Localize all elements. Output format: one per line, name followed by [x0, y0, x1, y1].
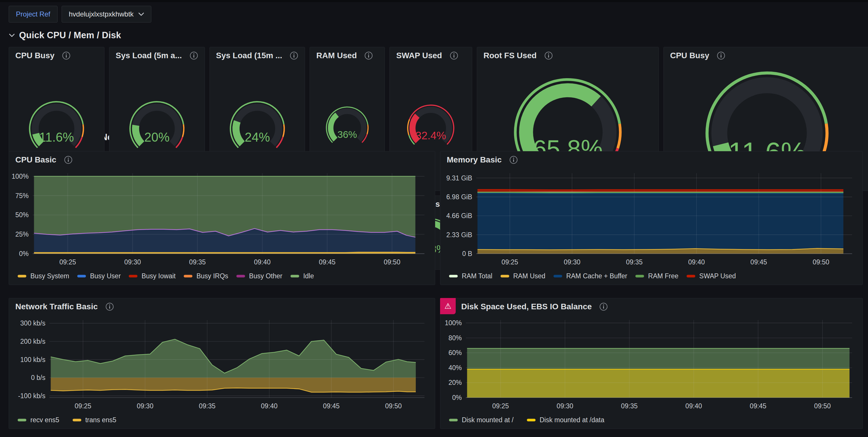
info-icon[interactable]: [64, 155, 73, 164]
chart-plot-area[interactable]: -100 kb/s0 b/s100 kb/s200 kb/s300 kb/s09…: [9, 313, 435, 414]
svg-text:300 kb/s: 300 kb/s: [20, 319, 45, 327]
panel-title: Sys Load (15m ...: [216, 51, 282, 60]
legend-item[interactable]: Disk mounted at /data: [527, 416, 604, 424]
grafana-dashboard: Project Ref hvdelujxlxstpxkhwbtk Quick C…: [0, 0, 868, 429]
legend-item[interactable]: Disk mounted at /: [449, 416, 514, 424]
svg-text:09:50: 09:50: [813, 258, 830, 266]
svg-text:09:40: 09:40: [685, 402, 702, 410]
panel-title: CPU Busy: [16, 51, 54, 60]
gauge-threshold-arc: [182, 124, 184, 137]
legend-item[interactable]: Busy Iowait: [129, 272, 176, 280]
legend-swatch: [636, 275, 644, 278]
svg-text:100%: 100%: [11, 173, 29, 180]
svg-text:6.98 GiB: 6.98 GiB: [446, 193, 472, 201]
legend-label: trans ens5: [85, 416, 116, 424]
info-icon[interactable]: [290, 51, 298, 60]
chart-panel-network-traffic-basic: Network Traffic Basic-100 kb/s0 b/s100 k…: [9, 298, 435, 429]
legend-label: recv ens5: [30, 416, 59, 424]
svg-text:09:35: 09:35: [626, 258, 643, 266]
legend-label: RAM Total: [462, 272, 492, 280]
panel-header: Root FS Used: [477, 47, 658, 62]
panel-header: Disk Space Used, EBS IO Balance: [455, 298, 863, 313]
gauge-value-text: 36%: [338, 129, 357, 140]
chart-plot-area[interactable]: 0%25%50%75%100%09:2509:3009:3509:4009:45…: [9, 166, 435, 270]
series-fill: [467, 369, 849, 398]
legend-item[interactable]: Busy IRQs: [184, 272, 228, 280]
charts-row-1: CPU Basic0%25%50%75%100%09:2509:3009:350…: [9, 151, 859, 285]
svg-text:09:30: 09:30: [137, 402, 154, 410]
gauge-value-arc: [236, 121, 242, 144]
legend-item[interactable]: SWAP Used: [687, 272, 736, 280]
legend-item[interactable]: RAM Cache + Buffer: [554, 272, 627, 280]
panel-header: Sys Load (5m a...: [110, 47, 205, 62]
legend-item[interactable]: Busy Other: [237, 272, 282, 280]
svg-text:0 B: 0 B: [462, 250, 472, 258]
svg-text:75%: 75%: [16, 192, 29, 200]
panel-title: Sys Load (5m a...: [116, 51, 182, 60]
panel-title: Root FS Used: [484, 51, 537, 60]
project-ref-dropdown[interactable]: hvdelujxlxstpxkhwbtk: [62, 6, 151, 23]
chart-plot-area[interactable]: 0 B2.33 GiB4.66 GiB6.98 GiB9.31 GiB09:25…: [440, 166, 863, 270]
legend-label: Busy Other: [249, 272, 282, 280]
info-icon[interactable]: [105, 302, 114, 311]
chart-fills: [51, 339, 416, 392]
legend-label: Busy System: [30, 272, 69, 280]
chart-plot-area[interactable]: 0%20%40%60%80%100%09:2509:3009:3509:4009…: [440, 313, 863, 414]
legend-label: RAM Cache + Buffer: [566, 272, 627, 280]
svg-text:100 kb/s: 100 kb/s: [20, 356, 45, 363]
info-icon[interactable]: [599, 302, 608, 311]
info-icon[interactable]: [62, 51, 71, 60]
info-icon[interactable]: [450, 51, 458, 60]
window-top-edge: [0, 0, 868, 2]
panel-title: RAM Used: [316, 51, 357, 60]
svg-text:60%: 60%: [448, 349, 462, 356]
svg-text:80%: 80%: [448, 334, 462, 342]
legend-item[interactable]: Busy System: [18, 272, 69, 280]
chart-panel-disk-space-ebs: Disk Space Used, EBS IO Balance⚠0%20%40%…: [440, 298, 863, 429]
legend-item[interactable]: RAM Free: [636, 272, 679, 280]
charts-row-2: Network Traffic Basic-100 kb/s0 b/s100 k…: [9, 298, 859, 429]
info-icon[interactable]: [717, 51, 725, 60]
info-icon[interactable]: [189, 51, 198, 60]
project-ref-value[interactable]: hvdelujxlxstpxkhwbtk: [69, 10, 134, 18]
chart-legend: Busy SystemBusy UserBusy IowaitBusy IRQs…: [9, 270, 435, 285]
svg-text:0%: 0%: [19, 250, 29, 258]
series-line: [477, 194, 843, 194]
legend-label: Busy Iowait: [142, 272, 176, 280]
legend-item[interactable]: Idle: [290, 272, 314, 280]
svg-text:25%: 25%: [16, 231, 29, 238]
svg-text:100%: 100%: [445, 319, 462, 327]
legend-item[interactable]: RAM Used: [500, 272, 546, 280]
svg-text:40%: 40%: [448, 364, 462, 372]
legend-item[interactable]: trans ens5: [73, 416, 116, 424]
info-icon[interactable]: [364, 51, 373, 60]
svg-text:09:45: 09:45: [750, 258, 767, 266]
series-line: [477, 192, 843, 192]
legend-item[interactable]: RAM Total: [449, 272, 492, 280]
svg-text:09:25: 09:25: [492, 402, 509, 410]
section-collapse-chevron-icon: [9, 33, 15, 37]
legend-item[interactable]: recv ens5: [18, 416, 59, 424]
gauge-threshold-arc: [367, 124, 368, 134]
chart-svg: -100 kb/s0 b/s100 kb/s200 kb/s300 kb/s09…: [11, 313, 433, 414]
info-icon[interactable]: [544, 51, 553, 60]
svg-text:09:40: 09:40: [261, 402, 278, 410]
project-ref-label-box: Project Ref: [9, 6, 58, 23]
info-icon[interactable]: [509, 155, 518, 164]
chart-panel-memory-basic: Memory Basic0 B2.33 GiB4.66 GiB6.98 GiB9…: [440, 151, 863, 285]
legend-label: Disk mounted at /data: [539, 416, 604, 424]
legend-swatch: [184, 275, 192, 278]
svg-text:-100 kb/s: -100 kb/s: [18, 392, 45, 400]
panel-alert-icon[interactable]: ⚠: [440, 298, 456, 314]
section-quick-cpu-mem-disk[interactable]: Quick CPU / Mem / Disk: [9, 29, 859, 42]
legend-swatch: [73, 419, 81, 421]
legend-swatch: [449, 275, 458, 278]
gauge-value-text: 24%: [245, 130, 270, 144]
legend-swatch: [449, 419, 458, 421]
chevron-down-icon: [138, 12, 144, 16]
svg-text:09:30: 09:30: [124, 258, 141, 266]
legend-swatch: [500, 275, 509, 278]
svg-text:50%: 50%: [16, 211, 29, 218]
legend-item[interactable]: Busy User: [77, 272, 121, 280]
chart-fills: [467, 348, 849, 398]
